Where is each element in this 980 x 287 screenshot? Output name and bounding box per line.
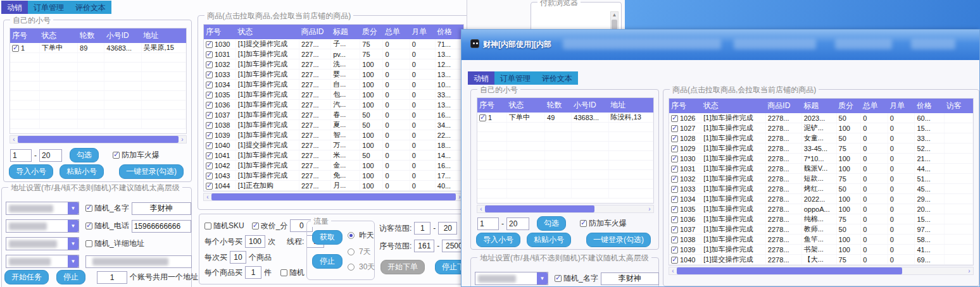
- scroll-left-icon[interactable]: ‹: [477, 205, 485, 212]
- table-row[interactable]: 1034[1]加车操作完成227...自...1000010...: [204, 80, 463, 90]
- row-checkbox[interactable]: [671, 166, 678, 173]
- province-select[interactable]: ▼: [6, 202, 79, 215]
- table-row[interactable]: 1033[1]加车操作完成227...婴...1000013...: [204, 70, 463, 80]
- table-row[interactable]: 1035[1]加车操作完成227...包...1000033...: [204, 90, 463, 100]
- row-checkbox[interactable]: [671, 216, 678, 223]
- scroll-track[interactable]: [485, 205, 646, 212]
- scroll-thumb[interactable]: [485, 205, 594, 212]
- table-row[interactable]: 1042[1]加车操作完成227...金...1000016...: [204, 161, 463, 171]
- per-time-input[interactable]: [230, 251, 246, 264]
- row-checkbox[interactable]: [671, 206, 678, 213]
- row-checkbox[interactable]: [206, 51, 213, 58]
- start-task-button[interactable]: 开始任务: [4, 270, 49, 284]
- row-checkbox[interactable]: [671, 236, 678, 243]
- checkbox-unchecked-icon[interactable]: [280, 269, 287, 276]
- row-checkbox[interactable]: [671, 226, 678, 233]
- random-phone-input[interactable]: [132, 220, 191, 233]
- left-accounts-hscrollbar[interactable]: ‹ ›: [9, 135, 187, 144]
- right-accounts-table[interactable]: 序号状态轮数小号ID地址1下单中4943683...陈没科,13: [477, 97, 654, 204]
- scroll-track[interactable]: [677, 267, 965, 274]
- random-phone-checkbox[interactable]: 随机_电话: [85, 221, 129, 231]
- scroll-right-icon[interactable]: ›: [646, 205, 653, 212]
- row-checkbox[interactable]: [479, 114, 486, 121]
- tab-dongxiao[interactable]: 动销: [1, 1, 28, 14]
- city-select[interactable]: ▼: [6, 219, 79, 233]
- chevron-down-icon[interactable]: ▼: [68, 255, 79, 267]
- table-row[interactable]: 1037[1]加车操作完成2278...教师...500097...: [669, 224, 973, 235]
- range-to-input[interactable]: [39, 149, 62, 162]
- paste-accounts-button[interactable]: 粘贴小号: [527, 233, 571, 247]
- random-name-checkbox[interactable]: 随机_名字: [85, 203, 129, 214]
- scroll-left-icon[interactable]: ‹: [204, 193, 211, 200]
- tab-dongxiao[interactable]: 动销: [468, 71, 494, 85]
- row-checkbox[interactable]: [206, 71, 213, 78]
- start-order-button[interactable]: 开始下单: [380, 260, 425, 274]
- anti-hot-checkbox[interactable]: 防加车火爆: [113, 150, 160, 161]
- tab-order-management[interactable]: 订单管理: [28, 1, 70, 14]
- one-key-login-button[interactable]: 一键登录(勾选): [586, 233, 651, 247]
- detail-address-input[interactable]: [85, 255, 192, 268]
- row-checkbox[interactable]: [206, 173, 213, 180]
- row-checkbox[interactable]: [671, 176, 678, 183]
- row-checkbox[interactable]: [671, 247, 678, 253]
- radio-selected-icon[interactable]: [348, 232, 355, 239]
- check-button[interactable]: 勾选: [537, 216, 566, 231]
- buy-times-input[interactable]: [245, 235, 265, 248]
- scroll-thumb[interactable]: [677, 267, 902, 274]
- chevron-down-icon[interactable]: ▼: [68, 202, 79, 214]
- table-row[interactable]: 1032[1]加车操作完成227...洗...1000012...: [204, 59, 463, 70]
- one-key-login-button[interactable]: 一键登录(勾选): [119, 164, 184, 179]
- table-row[interactable]: 1033[1]加车操作完成2278...烤红...500045...: [669, 184, 973, 194]
- row-checkbox[interactable]: [206, 92, 213, 99]
- table-row[interactable]: 1026[1]加车操作完成2278...2023...500060...: [669, 113, 973, 123]
- scroll-track[interactable]: [211, 193, 456, 200]
- table-row[interactable]: 1029[1]加车操作完成2278...33-45...750052...: [669, 144, 973, 154]
- table-row[interactable]: 1下单中8943683...吴果原,15: [10, 43, 186, 53]
- change-price-checkbox[interactable]: 改价_分: [252, 221, 288, 231]
- range-from-input[interactable]: [10, 149, 32, 162]
- row-checkbox[interactable]: [206, 122, 213, 129]
- right-products-table[interactable]: 序号状态商品ID标题质分总单月单价格访客1026[1]加车操作完成2278...…: [669, 98, 974, 266]
- table-row[interactable]: 1038[1]加车操作完成227...夏...500034...: [204, 120, 463, 130]
- row-checkbox[interactable]: [671, 196, 678, 203]
- table-row[interactable]: 1041[1]加车操作完成227...米...500014...: [204, 150, 463, 161]
- table-row[interactable]: 1028[1]加车操作完成2278...女童...500033...: [669, 133, 973, 144]
- scroll-left-icon[interactable]: ‹: [669, 267, 677, 274]
- table-row[interactable]: 1045227...抹...1000014...: [204, 191, 463, 192]
- table-row[interactable]: 1031[1]加车操作完成227...pv...750013...: [204, 49, 463, 59]
- table-row[interactable]: 1039[1]加车操作完成2278...书架...1000041...: [669, 245, 973, 255]
- radio-icon[interactable]: [348, 264, 355, 271]
- row-checkbox[interactable]: [671, 156, 678, 162]
- checkbox-checked-icon[interactable]: [555, 275, 562, 282]
- row-checkbox[interactable]: [206, 142, 213, 149]
- scroll-thumb[interactable]: [18, 136, 179, 143]
- row-checkbox[interactable]: [12, 45, 19, 52]
- row-checkbox[interactable]: [206, 112, 213, 119]
- table-row[interactable]: 1下单中4943683...陈没科,13: [477, 113, 653, 123]
- row-checkbox[interactable]: [206, 152, 213, 159]
- anti-hot-checkbox[interactable]: 防加车火爆: [580, 218, 627, 229]
- table-row[interactable]: 1031[1]加车操作完成2278...魏派V...1000044...: [669, 164, 973, 174]
- stop-task-button[interactable]: 停止: [56, 270, 85, 284]
- scroll-right-icon[interactable]: ›: [965, 267, 973, 274]
- radio-7days[interactable]: 7天: [348, 247, 371, 257]
- table-row[interactable]: 1038[1]加车操作完成2278...鱼竿...1000058...: [669, 235, 973, 245]
- checkbox-checked-icon[interactable]: [85, 223, 92, 229]
- right-accounts-hscrollbar[interactable]: ‹ ›: [477, 205, 654, 213]
- table-row[interactable]: 10412278...京咚...750036...: [669, 265, 973, 266]
- row-checkbox[interactable]: [671, 125, 678, 132]
- range-to-input[interactable]: [506, 217, 529, 230]
- visitor-to-input[interactable]: [438, 222, 457, 235]
- random-name-checkbox[interactable]: 随机_名字: [555, 273, 598, 284]
- table-row[interactable]: 1043[1]加车操作完成227...免...1000017...: [204, 171, 463, 181]
- tab-order-management[interactable]: 订单管理: [494, 71, 536, 85]
- row-checkbox[interactable]: [671, 135, 678, 142]
- table-row[interactable]: 1040[1]提交操作完成227...万...1000018...: [204, 140, 463, 150]
- row-checkbox[interactable]: [206, 102, 213, 109]
- import-accounts-button[interactable]: 导入小号: [476, 233, 520, 247]
- row-checkbox[interactable]: [206, 41, 213, 48]
- table-row[interactable]: 1039[1]加车操作完成227...智...1000022...: [204, 130, 463, 140]
- row-checkbox[interactable]: [206, 82, 213, 89]
- radio-yesterday[interactable]: 昨天: [348, 230, 374, 241]
- checkbox-unchecked-icon[interactable]: [85, 240, 92, 247]
